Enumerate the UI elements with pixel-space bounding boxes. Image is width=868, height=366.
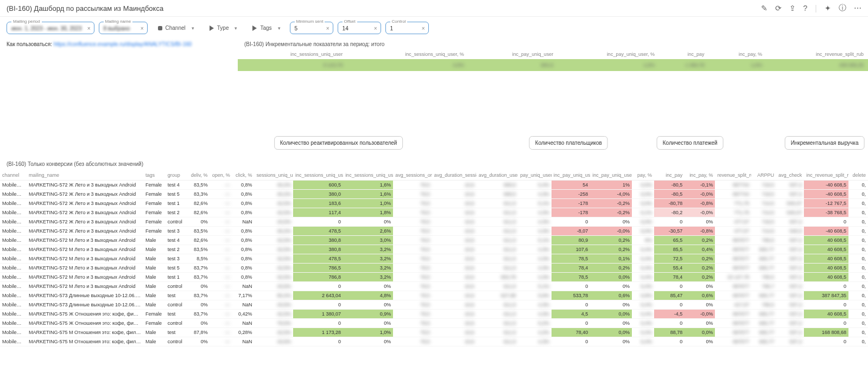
howto-link[interactable]: https://confluence.example.ru/display/AN… — [54, 41, 192, 47]
table-row[interactable]: MobilePushMARKETING-572 Ж Лето и 3 выход… — [0, 227, 868, 236]
table-cell: 40 608,5 — [804, 254, 848, 264]
table-cell: test 1 — [166, 273, 188, 282]
table-cell: 0% — [188, 217, 210, 227]
table-cell: 43,5% — [254, 337, 293, 346]
summary-panel-title: (BI-160) Инкрементальные показатели за п… — [238, 39, 868, 49]
table-row[interactable]: MobilePushMARKETING-572 Ж Лето и 3 выход… — [0, 190, 868, 199]
table-cell: Male — [143, 236, 166, 245]
table-cell: MARKETING-575 Ж Отношения это: кофе, фил… — [27, 319, 143, 328]
table-cell: 78,5 — [393, 236, 432, 245]
table-cell: -4,0% — [590, 190, 632, 199]
table-row[interactable]: MobilePushMARKETING-572 Ж Лето и 3 выход… — [0, 199, 868, 208]
table-cell: 0,2% — [590, 264, 632, 273]
table-cell: 0% — [685, 337, 715, 346]
table-cell: 786,5 — [293, 264, 343, 273]
table-cell: -80,5 — [654, 181, 685, 190]
detail-col: avg_duration_user_min — [477, 170, 518, 181]
table-cell: 0 — [804, 300, 848, 310]
table-cell: 78,5 — [393, 264, 432, 273]
table-cell: 8,5% — [188, 254, 210, 264]
table-row[interactable]: MobilePushMARKETING-573 Длинные выходные… — [0, 291, 868, 300]
table-cell: 795,5 — [751, 300, 776, 310]
summary-cell: 8 123,78 — [238, 59, 347, 71]
table-cell: 0 — [552, 300, 591, 310]
table-row[interactable]: MobilePushMARKETING-572 М Лето и 3 выход… — [0, 245, 868, 254]
table-cell: 40 608,5 — [804, 273, 848, 282]
filter-control[interactable]: Control 1 × — [385, 22, 429, 34]
clear-icon[interactable]: × — [422, 25, 425, 31]
table-row[interactable]: MobilePushMARKETING-572 Ж Лето и 3 выход… — [0, 217, 868, 227]
filter-mailing-name[interactable]: Mailing name 8 выбрано × — [99, 22, 148, 34]
info-icon[interactable]: ⓘ — [839, 3, 846, 13]
table-row[interactable]: MobilePushMARKETING-572 М Лето и 3 выход… — [0, 254, 868, 264]
table-cell: 168 808,68 — [804, 328, 848, 337]
chevron-down-icon: ▾ — [235, 25, 237, 31]
clear-icon[interactable]: × — [141, 25, 144, 31]
table-row[interactable]: MobilePushMARKETING-572 Ж Лето и 3 выход… — [0, 208, 868, 217]
clear-icon[interactable]: × — [87, 25, 91, 31]
table-cell: 665,77 — [751, 328, 776, 337]
table-cell: 5,9% — [518, 291, 551, 300]
table-cell: 83,7% — [188, 310, 210, 319]
table-cell: 611,5 — [477, 254, 518, 264]
table-cell: 665,77 — [751, 254, 776, 264]
table-cell: 4,3% — [518, 310, 551, 319]
table-cell: MARKETING-572 М Лето и 3 выходных Androi… — [27, 282, 143, 291]
more-icon[interactable]: ⋯ — [854, 4, 861, 12]
detail-col: inc_pay_uniq_user, % — [590, 170, 632, 181]
table-row[interactable]: MobilePushMARKETING-575 М Отношения это:… — [0, 337, 868, 346]
table-cell: -0,0% — [685, 190, 715, 199]
table-cell: 0,4% — [685, 245, 715, 254]
table-cell: 665,77 — [751, 291, 776, 300]
table-cell: 714,5 — [751, 208, 776, 217]
table-cell: 40,2% — [254, 181, 293, 190]
table-row[interactable]: MobilePushMARKETING-572 М Лето и 3 выход… — [0, 282, 868, 291]
filter-mailing-period[interactable]: Mailing period июн. 1, 2023 - июн. 30, 2… — [7, 22, 94, 34]
table-row[interactable]: MobilePushMARKETING-575 Ж Отношения это:… — [0, 319, 868, 328]
table-cell: 42,5% — [254, 254, 293, 264]
table-cell: 477,07 — [715, 217, 751, 227]
table-cell: -12 767,5 — [804, 199, 848, 208]
table-cell: 4,3% — [518, 264, 551, 273]
table-cell: 478,5 — [293, 254, 343, 264]
table-cell: -0,0% — [685, 208, 715, 217]
table-cell: 87,8% — [188, 328, 210, 337]
table-row[interactable]: MobilePushMARKETING-572 М Лето и 3 выход… — [0, 264, 868, 273]
filter-offset[interactable]: Offset 14 × — [338, 22, 381, 34]
table-cell: 54 — [552, 181, 591, 190]
detail-col: inc_sessions_uniq_user, % — [343, 170, 393, 181]
table-cell: 0,0% — [590, 328, 632, 337]
table-cell: MobilePush — [0, 199, 27, 208]
filter-channel[interactable]: Channel ▾ — [152, 21, 199, 35]
clear-icon[interactable]: × — [374, 25, 377, 31]
table-cell: 43,5% — [254, 300, 293, 310]
table-row[interactable]: MobilePushMARKETING-575 Ж Отношения это:… — [0, 310, 868, 319]
table-row[interactable]: MobilePushMARKETING-575 М Отношения это:… — [0, 328, 868, 337]
table-row[interactable]: MobilePushMARKETING-572 Ж Лето и 3 выход… — [0, 181, 868, 190]
table-cell: 1,6% — [343, 181, 393, 190]
table-cell: 380,0 — [293, 190, 343, 199]
table-cell: 6,4% — [632, 245, 654, 254]
table-cell: 387 847,35 — [804, 291, 848, 300]
table-cell: MARKETING-573 Длинные выходные 10-12.06.… — [27, 300, 143, 310]
table-cell: MobilePush — [0, 319, 27, 328]
filter-minimum-sent[interactable]: Minimum sent 5 × — [290, 22, 333, 34]
table-row[interactable]: MobilePushMARKETING-572 М Лето и 3 выход… — [0, 273, 868, 282]
table-cell: 0 — [804, 337, 848, 346]
help-icon[interactable]: ? — [803, 4, 808, 12]
table-row[interactable]: MobilePushMARKETING-573 Длинные выходные… — [0, 300, 868, 310]
edit-icon[interactable]: ✎ — [761, 4, 768, 12]
table-cell: 4,3% — [518, 337, 551, 346]
table-cell: 40 608,5 — [804, 236, 848, 245]
clear-icon[interactable]: × — [326, 25, 330, 31]
table-row[interactable]: MobilePushMARKETING-572 М Лето и 3 выход… — [0, 236, 868, 245]
bookmark-icon[interactable]: ✦ — [825, 4, 831, 12]
refresh-icon[interactable]: ⟳ — [775, 4, 782, 12]
table-cell: MARKETING-572 Ж Лето и 3 выходных Androi… — [27, 208, 143, 217]
table-cell: 4,8% — [343, 291, 393, 300]
table-cell: 611,5 — [477, 319, 518, 328]
table-cell: 78,4 — [552, 264, 591, 273]
filter-type[interactable]: Type ▾ — [204, 21, 243, 35]
filter-tags[interactable]: Tags ▾ — [246, 21, 285, 35]
share-icon[interactable]: ⇪ — [789, 4, 796, 12]
